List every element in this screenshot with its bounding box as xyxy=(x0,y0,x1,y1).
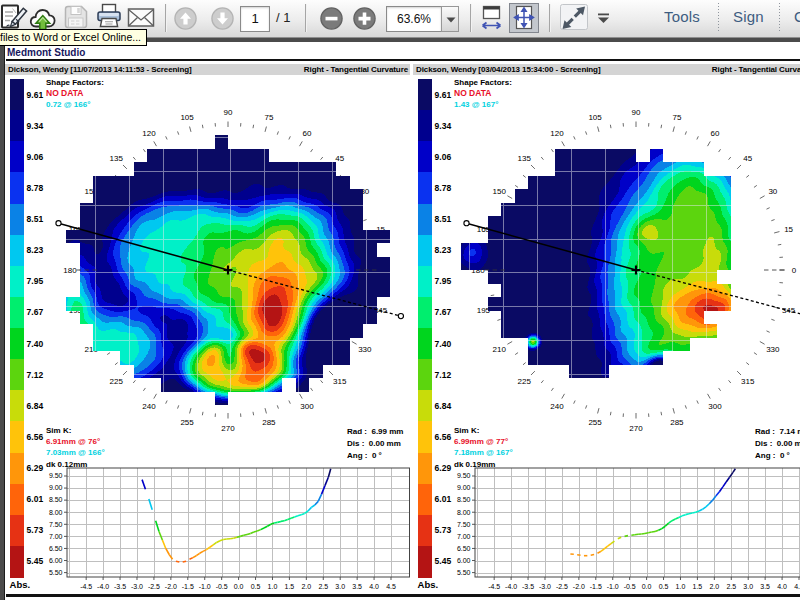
report-title-rule xyxy=(6,59,800,61)
zoom-level-input[interactable]: 63.6% xyxy=(386,6,442,32)
page-up-icon[interactable] xyxy=(174,7,198,35)
plot-x-tick-label: 0.0 xyxy=(234,583,244,590)
patient-exam-label: Dickson, Wendy [11/07/2013 14:11:53 - Sc… xyxy=(8,65,192,74)
plot-x-tick-label: -1.0 xyxy=(199,583,211,590)
plot-x-tick-label: -0.5 xyxy=(624,583,636,590)
plot-x-tick-label: -2.0 xyxy=(165,583,177,590)
plot-y-tick-label: 7.50 xyxy=(457,521,471,528)
plot-x-tick-label: -3.5 xyxy=(522,583,534,590)
plot-x-tick-label: 4.0 xyxy=(777,583,787,590)
plot-x-tick-label: 3.0 xyxy=(335,583,345,590)
plot-y-tick-label: 7.00 xyxy=(457,533,471,540)
map-type-label: Right - Tangential Curvature xyxy=(304,65,408,74)
panel-header-bar: Dickson, Wendy [03/04/2013 15:34:00 - Sc… xyxy=(413,64,800,75)
plot-x-tick-label: 4.5 xyxy=(794,583,800,590)
map-measure-overlay xyxy=(0,90,420,480)
toolbar-separator xyxy=(305,4,307,32)
comment-button[interactable]: Comment xyxy=(794,8,800,25)
plot-y-tick-label: 7.00 xyxy=(49,533,63,540)
sign-button[interactable]: Sign xyxy=(733,8,764,25)
plot-x-tick-label: -2.5 xyxy=(148,583,160,590)
toolbar-separator xyxy=(549,4,551,32)
panel-header-bar: Dickson, Wendy [11/07/2013 14:11:53 - Sc… xyxy=(5,64,410,75)
plot-x-tick-label: 0.5 xyxy=(659,583,669,590)
tools-button[interactable]: Tools xyxy=(664,8,700,25)
report-title: Medmont Studio xyxy=(7,47,85,58)
plot-x-tick-label: 1.5 xyxy=(693,583,703,590)
plot-x-tick-label: -2.5 xyxy=(556,583,568,590)
map-measure-overlay xyxy=(408,90,800,480)
map-type-label: Right - Tangential Curvature xyxy=(712,65,800,74)
plot-x-tick-label: 2.5 xyxy=(726,583,736,590)
plot-y-tick-label: 5.50 xyxy=(457,569,471,576)
plot-x-tick-label: 1.5 xyxy=(285,583,295,590)
toolbar-separator xyxy=(165,4,167,32)
map-center-cross xyxy=(224,266,233,275)
fit-page-icon[interactable] xyxy=(509,3,539,37)
plot-x-tick-label: -4.0 xyxy=(505,583,517,590)
plot-x-tick-label: -1.5 xyxy=(182,583,194,590)
page-down-icon[interactable] xyxy=(211,7,235,35)
plot-x-tick-label: 0.0 xyxy=(642,583,652,590)
reading-mode-icon[interactable] xyxy=(560,4,588,36)
plot-x-tick-label: 3.0 xyxy=(743,583,753,590)
plot-y-tick-label: 8.00 xyxy=(457,509,471,516)
plot-y-tick-label: 7.50 xyxy=(49,521,63,528)
profile-curve xyxy=(142,469,331,562)
plot-x-tick-label: -3.5 xyxy=(114,583,126,590)
plot-x-tick-label: -0.5 xyxy=(216,583,228,590)
plot-y-tick-label: 5.50 xyxy=(49,569,63,576)
plot-x-tick-label: -2.0 xyxy=(573,583,585,590)
plot-x-tick-label: 2.0 xyxy=(301,583,311,590)
plot-x-tick-label: 1.0 xyxy=(676,583,686,590)
plot-x-tick-label: -4.5 xyxy=(80,583,92,590)
plot-x-tick-label: 3.5 xyxy=(352,583,362,590)
plot-x-tick-label: -1.0 xyxy=(607,583,619,590)
plot-y-tick-label: 6.50 xyxy=(457,545,471,552)
plot-x-tick-label: -1.5 xyxy=(590,583,602,590)
plot-y-tick-label: 9.00 xyxy=(49,484,63,491)
plot-x-tick-label: 4.5 xyxy=(386,583,396,590)
plot-y-tick-label: 8.50 xyxy=(457,496,471,503)
toolbar-separator xyxy=(470,4,472,32)
plot-y-tick-label: 6.00 xyxy=(49,557,63,564)
zoom-dropdown-button[interactable] xyxy=(441,6,459,32)
shape-factors-label: Shape Factors: xyxy=(454,77,512,88)
plot-y-tick-label: 6.50 xyxy=(49,545,63,552)
plot-x-tick-label: 3.5 xyxy=(760,583,770,590)
page-total-label: / 1 xyxy=(276,6,290,30)
plot-x-tick-label: -3.0 xyxy=(539,583,551,590)
zoom-out-icon[interactable] xyxy=(320,7,344,35)
profile-plot: 9.509.008.508.007.507.006.506.005.50-4.5… xyxy=(0,465,420,600)
toolbar-separator xyxy=(779,3,780,33)
plot-y-tick-label: 8.00 xyxy=(49,509,63,516)
plot-y-tick-label: 9.00 xyxy=(457,484,471,491)
zoom-in-icon[interactable] xyxy=(353,7,377,35)
plot-x-tick-label: -3.0 xyxy=(131,583,143,590)
map-center-cross xyxy=(632,266,641,275)
toolbar-separator xyxy=(718,3,719,33)
plot-x-tick-label: 2.5 xyxy=(318,583,328,590)
fit-width-icon[interactable] xyxy=(480,5,504,36)
plot-x-tick-label: 1.0 xyxy=(268,583,278,590)
profile-plot: 9.509.008.508.007.507.006.506.005.50-4.5… xyxy=(408,465,800,600)
page-number-input[interactable]: 1 xyxy=(240,6,270,32)
tooltip: files to Word or Excel Online... xyxy=(0,29,147,46)
shape-factors-label: Shape Factors: xyxy=(46,77,104,88)
plot-y-tick-label: 8.50 xyxy=(49,496,63,503)
plot-x-tick-label: 0.5 xyxy=(251,583,261,590)
plot-y-tick-label: 6.00 xyxy=(457,557,471,564)
plot-x-tick-label: -4.0 xyxy=(97,583,109,590)
menu-chevron-icon[interactable] xyxy=(597,11,611,29)
plot-x-tick-label: 4.0 xyxy=(369,583,379,590)
plot-x-tick-label: -4.5 xyxy=(488,583,500,590)
plot-x-tick-label: 2.0 xyxy=(709,583,719,590)
patient-exam-label: Dickson, Wendy [03/04/2013 15:34:00 - Sc… xyxy=(416,65,600,74)
adobe-reader-window: 1/ 163.6%ToolsSignComment Medmont Studio… xyxy=(0,0,800,600)
